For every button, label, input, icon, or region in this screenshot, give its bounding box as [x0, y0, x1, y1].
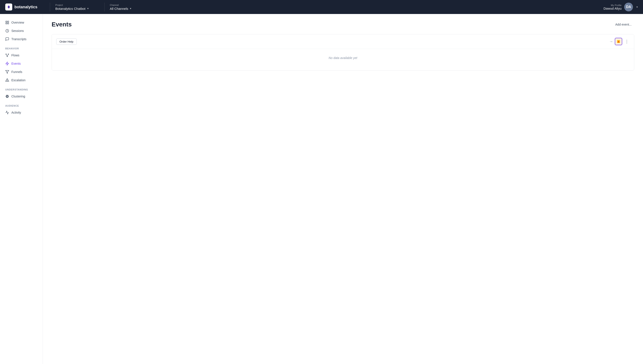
- event-card-body: No data available yet: [52, 49, 634, 70]
- audience-section-label: AUDIENCE: [0, 100, 43, 108]
- sidebar-item-escalation[interactable]: Escalation: [0, 76, 43, 84]
- svg-marker-10: [6, 70, 9, 74]
- sidebar-item-clustering-label: Clustering: [11, 94, 25, 98]
- sidebar-item-activity[interactable]: Activity: [0, 108, 43, 117]
- project-value: Botanalytics Chatbot ▾: [55, 7, 96, 10]
- profile-info: My Profile Dawud Aliyu: [603, 4, 621, 10]
- event-icon-button[interactable]: [615, 38, 622, 45]
- channel-chevron-icon: ▾: [130, 7, 131, 10]
- svg-point-7: [8, 54, 9, 54]
- brand-icon: [5, 4, 12, 10]
- profile-dropdown[interactable]: My Profile Dawud Aliyu DA ▾: [603, 2, 638, 11]
- funnels-icon: [5, 70, 9, 74]
- top-navigation: botanalytics Project Botanalytics Chatbo…: [0, 0, 643, 14]
- profile-chevron-icon: ▾: [636, 6, 638, 8]
- add-event-button[interactable]: Add event...: [612, 21, 634, 28]
- no-data-message: No data available yet: [329, 56, 357, 60]
- profile-label: My Profile: [611, 4, 621, 6]
- channel-value: All Channels ▾: [110, 7, 150, 10]
- sidebar-item-escalation-label: Escalation: [11, 78, 26, 82]
- sidebar-item-events[interactable]: Events: [0, 60, 43, 68]
- channel-dropdown[interactable]: Channel All Channels ▾: [110, 4, 154, 10]
- nav-divider-2: [104, 2, 105, 11]
- clustering-icon: [5, 94, 9, 98]
- event-card-actions: → ⋮: [609, 38, 630, 45]
- understanding-section-label: UNDERSTANDING: [0, 84, 43, 92]
- sidebar-item-funnels-label: Funnels: [11, 70, 22, 74]
- sessions-icon: [5, 29, 9, 33]
- overview-icon: [5, 20, 9, 24]
- page-title: Events: [52, 21, 72, 28]
- project-dropdown[interactable]: Project Botanalytics Chatbot ▾: [55, 4, 99, 10]
- main-content: Events Add event... Order Help → ⋮: [43, 14, 643, 364]
- sidebar-item-events-label: Events: [11, 62, 21, 65]
- svg-point-8: [7, 56, 8, 57]
- svg-rect-1: [6, 21, 7, 22]
- event-card: Order Help → ⋮ No data available yet: [52, 34, 634, 70]
- sidebar-item-transcripts[interactable]: Transcripts: [0, 35, 43, 43]
- sidebar-item-sessions[interactable]: Sessions: [0, 27, 43, 35]
- sidebar-item-clustering[interactable]: Clustering: [0, 92, 43, 100]
- svg-point-6: [6, 54, 6, 54]
- behavior-section-label: BEHAVIOR: [0, 43, 43, 51]
- activity-icon: [5, 110, 9, 114]
- svg-marker-9: [6, 62, 9, 65]
- project-label: Project: [55, 4, 96, 6]
- event-card-header: Order Help → ⋮: [52, 34, 634, 49]
- sidebar-item-flows-label: Flows: [11, 54, 20, 57]
- svg-rect-2: [8, 21, 9, 22]
- transcripts-icon: [5, 37, 9, 41]
- sidebar-item-flows[interactable]: Flows: [0, 51, 43, 60]
- brand-logo[interactable]: botanalytics: [5, 4, 45, 10]
- event-tag[interactable]: Order Help: [56, 38, 77, 45]
- more-options-button[interactable]: ⋮: [624, 38, 630, 45]
- sidebar: Overview Sessions Transcripts BEHAVIOR: [0, 14, 43, 364]
- nav-divider-1: [50, 2, 50, 11]
- page-header: Events Add event...: [52, 21, 634, 28]
- sidebar-item-activity-label: Activity: [11, 111, 21, 114]
- sidebar-item-overview[interactable]: Overview: [0, 18, 43, 27]
- brand-name: botanalytics: [15, 5, 37, 10]
- svg-rect-4: [8, 23, 9, 24]
- sidebar-item-sessions-label: Sessions: [11, 29, 24, 32]
- svg-rect-3: [6, 23, 7, 24]
- profile-name: Dawud Aliyu: [603, 6, 621, 10]
- sidebar-item-funnels[interactable]: Funnels: [0, 68, 43, 76]
- project-chevron-icon: ▾: [87, 7, 89, 10]
- avatar: DA: [624, 2, 633, 11]
- arrow-right-icon: →: [609, 39, 613, 44]
- flows-icon: [5, 53, 9, 57]
- channel-label: Channel: [110, 4, 150, 6]
- escalation-icon: [5, 78, 9, 82]
- events-icon: [5, 62, 9, 66]
- sidebar-item-overview-label: Overview: [11, 21, 24, 24]
- svg-point-12: [7, 80, 8, 81]
- sidebar-item-transcripts-label: Transcripts: [11, 37, 27, 41]
- app-layout: Overview Sessions Transcripts BEHAVIOR: [0, 14, 643, 364]
